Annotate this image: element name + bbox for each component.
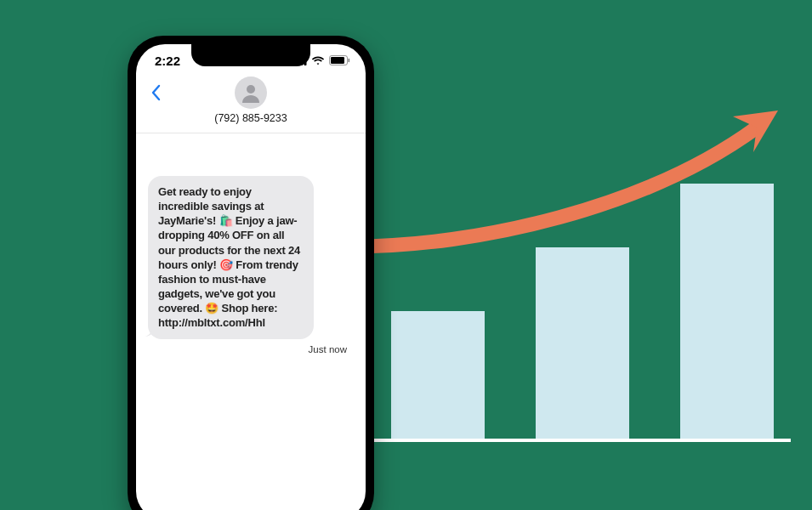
phone-notch (191, 44, 310, 66)
wifi-icon (311, 56, 325, 65)
battery-icon (329, 55, 350, 65)
svg-point-7 (247, 85, 255, 94)
contact-avatar[interactable] (235, 76, 267, 109)
chart-bars (374, 153, 782, 439)
message-thread: Get ready to enjoy incredible savings at… (136, 133, 366, 354)
chevron-left-icon (150, 84, 161, 101)
growth-bar-chart (374, 153, 782, 442)
svg-rect-5 (331, 57, 344, 64)
status-time: 2:22 (155, 54, 180, 68)
person-icon (240, 82, 262, 104)
message-header: (792) 885-9233 (136, 76, 366, 133)
back-button[interactable] (145, 82, 167, 104)
bubble-tail-icon (145, 325, 156, 337)
message-text: Get ready to enjoy incredible savings at… (158, 185, 300, 329)
message-timestamp: Just now (148, 339, 354, 354)
chart-bar-2 (536, 247, 629, 439)
phone-frame: 2:22 (128, 36, 374, 510)
illustration-canvas: 2:22 (0, 0, 812, 510)
phone-screen: 2:22 (136, 44, 366, 510)
svg-rect-6 (349, 59, 350, 62)
chart-x-axis (374, 439, 791, 442)
contact-phone-number[interactable]: (792) 885-9233 (214, 112, 287, 124)
chart-bar-3 (680, 184, 774, 439)
chart-bar-1 (391, 311, 485, 439)
received-message-bubble[interactable]: Get ready to enjoy incredible savings at… (148, 176, 314, 339)
